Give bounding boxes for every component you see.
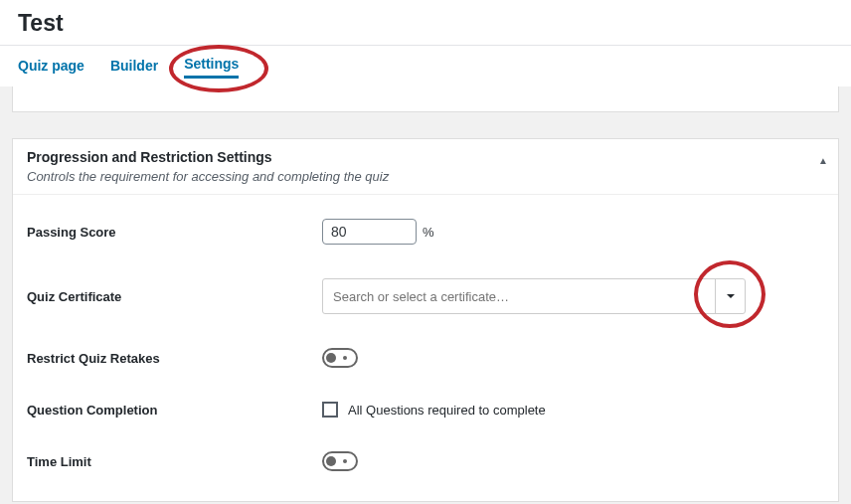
certificate-select-input[interactable] xyxy=(323,279,715,313)
toggle-knob xyxy=(326,353,336,363)
panel-description: Controls the requirement for accessing a… xyxy=(27,169,824,184)
label-passing-score: Passing Score xyxy=(27,225,322,240)
panel-header: Progression and Restriction Settings Con… xyxy=(13,139,838,195)
label-restrict-retakes: Restrict Quiz Retakes xyxy=(27,351,322,366)
restrict-retakes-toggle[interactable] xyxy=(322,348,358,368)
row-restrict-retakes: Restrict Quiz Retakes xyxy=(27,348,824,368)
collapse-toggle-icon[interactable]: ▲ xyxy=(818,155,828,166)
row-question-completion: Question Completion All Questions requir… xyxy=(27,402,824,418)
time-limit-toggle[interactable] xyxy=(322,451,358,471)
passing-score-input[interactable] xyxy=(322,219,417,245)
chevron-down-icon xyxy=(726,291,736,301)
tab-builder[interactable]: Builder xyxy=(110,58,158,78)
tab-settings[interactable]: Settings xyxy=(184,56,239,79)
progression-panel: Progression and Restriction Settings Con… xyxy=(12,138,839,502)
label-quiz-certificate: Quiz Certificate xyxy=(27,289,322,304)
toggle-dot xyxy=(343,356,347,360)
label-time-limit: Time Limit xyxy=(27,454,322,469)
tab-quiz-page[interactable]: Quiz page xyxy=(18,58,85,78)
row-quiz-certificate: Quiz Certificate xyxy=(27,278,824,314)
tabs-nav: Quiz page Builder Settings xyxy=(0,46,851,86)
passing-score-suffix: % xyxy=(423,225,434,240)
question-completion-checkbox-label: All Questions required to complete xyxy=(348,403,546,418)
certificate-select[interactable] xyxy=(322,278,746,314)
certificate-select-caret[interactable] xyxy=(715,279,745,313)
row-passing-score: Passing Score % xyxy=(27,219,824,245)
toggle-knob xyxy=(326,456,336,466)
label-question-completion: Question Completion xyxy=(27,403,322,418)
panel-title: Progression and Restriction Settings xyxy=(27,149,824,165)
question-completion-checkbox[interactable] xyxy=(322,402,338,418)
row-time-limit: Time Limit xyxy=(27,451,824,471)
page-title: Test xyxy=(18,10,833,45)
toggle-dot xyxy=(343,459,347,463)
panel-above-stub xyxy=(12,86,839,112)
